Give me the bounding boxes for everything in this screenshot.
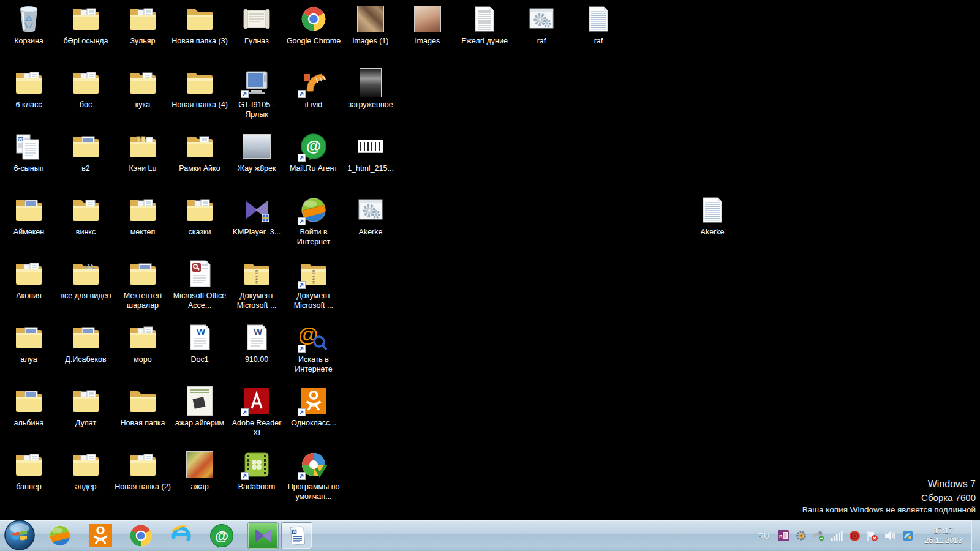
safely-remove-hardware-icon[interactable]: [813, 530, 825, 542]
photo-thumbnail-icon-art: [183, 449, 216, 480]
internet-explorer-icon[interactable]: [169, 523, 194, 548]
ilivid-icon[interactable]: iLivid: [285, 67, 342, 110]
gear-tray-icon[interactable]: [795, 530, 807, 542]
odnoklassniki-icon[interactable]: [88, 523, 113, 548]
mailru-agent-icon[interactable]: @: [209, 523, 234, 548]
photo-thumbnail-icon[interactable]: Жау ж8рек: [228, 131, 285, 173]
folder-icon[interactable]: Рамки Айко: [172, 131, 228, 173]
word-window-button[interactable]: W: [281, 522, 312, 549]
settings-window-icon[interactable]: Akerke: [342, 195, 399, 237]
photo-thumbnail-icon[interactable]: images (1): [342, 4, 399, 46]
desktop-icon-label: Гүлназ: [244, 36, 269, 46]
folder-icon[interactable]: Кэни Lu: [115, 131, 171, 173]
folder-icon-art: [12, 322, 45, 353]
folder-icon-art: [126, 258, 159, 289]
access-document-icon[interactable]: Microsoft Office Acce...: [172, 258, 228, 311]
folder-icon[interactable]: кука: [115, 67, 171, 110]
onenote-tray-icon[interactable]: n: [777, 530, 790, 542]
folder-icon[interactable]: альбина: [1, 386, 57, 428]
notepad-file-icon[interactable]: Akerke: [684, 195, 741, 237]
internet-sphere-icon[interactable]: [48, 523, 72, 548]
odnoklassniki-shortcut-icon[interactable]: Однокласс...: [285, 386, 342, 428]
desktop-icon-label: Doc1: [190, 354, 208, 364]
folder-icon[interactable]: Аймекен: [1, 195, 57, 237]
recycle-bin-icon-art: [12, 4, 45, 34]
folder-icon[interactable]: все для видео: [58, 258, 114, 301]
folder-icon[interactable]: 6 класс: [1, 67, 57, 110]
zip-folder-icon[interactable]: Документ Microsoft ...: [228, 258, 285, 311]
chrome-icon[interactable]: Google Chrome: [285, 4, 342, 46]
adobe-reader-shortcut-icon[interactable]: Adobe Reader XI: [228, 386, 285, 438]
chrome-icon[interactable]: [129, 523, 153, 548]
folder-icon[interactable]: бӘрі осында: [58, 4, 114, 46]
folder-icon[interactable]: Новая папка (4): [172, 67, 228, 110]
settings-window-icon-art: [354, 195, 387, 225]
word-document-icon[interactable]: W910.00: [228, 322, 285, 364]
folder-icon[interactable]: баннер: [1, 449, 57, 492]
recycle-bin-icon[interactable]: Корзина: [1, 4, 57, 46]
folder-icon[interactable]: Мектептегі шаралар: [115, 258, 171, 311]
mailru-tray-icon[interactable]: [848, 530, 861, 542]
folder-icon[interactable]: алуа: [1, 322, 57, 364]
search-internet-shortcut-icon[interactable]: @Искать в Интернете: [285, 322, 342, 375]
desktop-icon-label: винкс: [76, 227, 96, 237]
folder-icon[interactable]: Новая папка (3): [172, 4, 228, 46]
desktop-icon-label: Дулат: [75, 418, 96, 428]
desktop-icon-label: 6 класс: [16, 100, 42, 110]
notepad-file-icon-art: [696, 195, 729, 225]
folder-icon[interactable]: сказки: [172, 195, 228, 237]
desktop-icon-label: 1_html_215...: [347, 163, 394, 173]
scroll-document-icon[interactable]: Гүлназ: [228, 4, 285, 46]
network-signal-icon[interactable]: [831, 530, 843, 542]
word-documents-icon[interactable]: W6-сынып: [1, 131, 57, 173]
folder-icon[interactable]: Акония: [1, 258, 57, 301]
show-desktop-button[interactable]: [971, 520, 980, 551]
scroll-document-icon-art: [240, 4, 273, 34]
desktop-icon-label: Документ Microsoft ...: [228, 291, 285, 311]
action-center-flag-icon[interactable]: [866, 530, 878, 542]
folder-icon[interactable]: әндер: [58, 449, 114, 492]
mailru-agent-shortcut-icon[interactable]: @Mail.Ru Агент: [285, 131, 342, 173]
folder-icon[interactable]: бос: [58, 67, 114, 110]
device-shortcut-icon[interactable]: GT-I9105 - Ярлык: [228, 67, 285, 120]
volume-icon[interactable]: [884, 530, 896, 542]
desktop-icon-label: бӘрі осында: [63, 36, 108, 46]
notepad-file-icon[interactable]: raf: [570, 4, 627, 46]
folder-icon-art: [69, 322, 102, 353]
desktop-icon-label: Войти в Интернет: [285, 227, 342, 247]
folder-icon[interactable]: Дулат: [58, 386, 114, 428]
windows-update-icon[interactable]: [902, 530, 914, 542]
desktop-icon-label: Adobe Reader XI: [228, 418, 285, 438]
photo-thumbnail-icon[interactable]: images: [399, 4, 456, 46]
settings-window-icon[interactable]: raf: [513, 4, 570, 46]
folder-icon-art: [183, 4, 216, 34]
kmplayer-icon[interactable]: KMPlayer_3...: [228, 195, 285, 237]
taskbar-pinned-icons: @: [48, 523, 234, 548]
default-programs-shortcut-icon[interactable]: Программы по умолчан...: [285, 449, 342, 502]
folder-icon[interactable]: Зульяр: [115, 4, 171, 46]
folder-icon[interactable]: мектеп: [115, 195, 171, 237]
folder-icon[interactable]: моро: [115, 322, 171, 364]
photo-thumbnail-icon[interactable]: загруженное: [342, 67, 399, 110]
photo-thumbnail-icon[interactable]: 1_html_215...: [342, 131, 399, 173]
photo-thumbnail-icon[interactable]: ажар: [172, 449, 228, 492]
windows-build-line: Сборка 7600: [802, 491, 976, 504]
clock[interactable]: 17:17 25.11.2013: [924, 526, 962, 545]
folder-icon[interactable]: в2: [58, 131, 114, 173]
internet-sphere-shortcut-icon[interactable]: Войти в Интернет: [285, 195, 342, 247]
desktop-icon-label: кука: [135, 100, 151, 110]
folder-icon[interactable]: винкс: [58, 195, 114, 237]
text-document-icon[interactable]: Ежелгі дүние: [456, 4, 513, 46]
folder-icon[interactable]: Новая папка (2): [115, 449, 171, 492]
folder-icon[interactable]: Новая папка: [115, 386, 171, 428]
kmplayer-window-button[interactable]: [247, 522, 279, 549]
folder-icon-art: [183, 195, 216, 225]
zip-folder-shortcut-icon[interactable]: Документ Microsoft ...: [285, 258, 342, 311]
folder-icon-art: [126, 195, 159, 225]
folder-icon[interactable]: Д.Исабеков: [58, 322, 114, 364]
word-document-icon[interactable]: WDoc1: [172, 322, 228, 364]
photo-thumbnail-icon[interactable]: ажар айгерим: [172, 386, 228, 428]
language-indicator[interactable]: RU: [756, 531, 772, 541]
start-button[interactable]: [4, 519, 36, 551]
badaboom-shortcut-icon[interactable]: Badaboom: [228, 449, 285, 492]
